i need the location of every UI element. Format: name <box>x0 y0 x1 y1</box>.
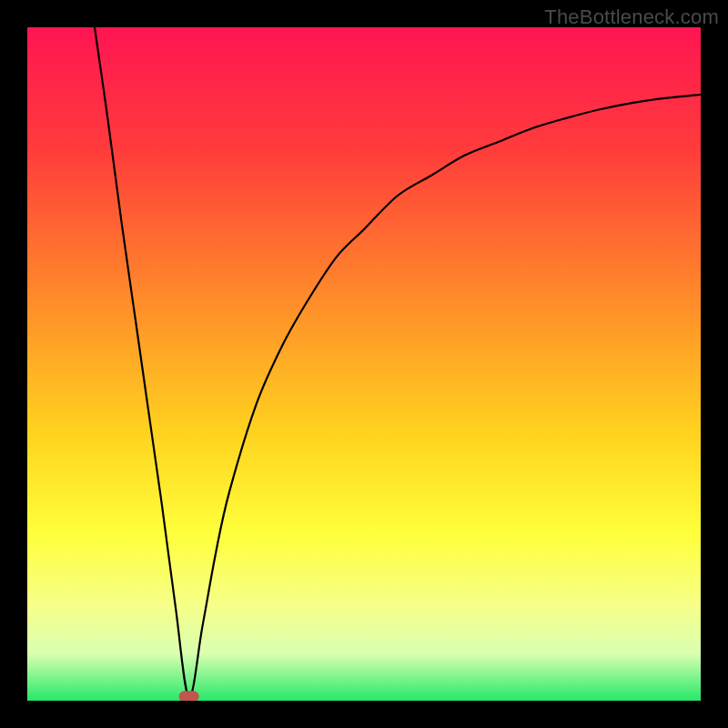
gradient-background <box>27 27 701 701</box>
plot-area <box>27 27 701 701</box>
chart-svg <box>27 27 701 701</box>
watermark-text: TheBottleneck.com <box>544 5 719 29</box>
optimum-marker <box>179 691 199 701</box>
chart-frame: TheBottleneck.com <box>0 0 728 728</box>
